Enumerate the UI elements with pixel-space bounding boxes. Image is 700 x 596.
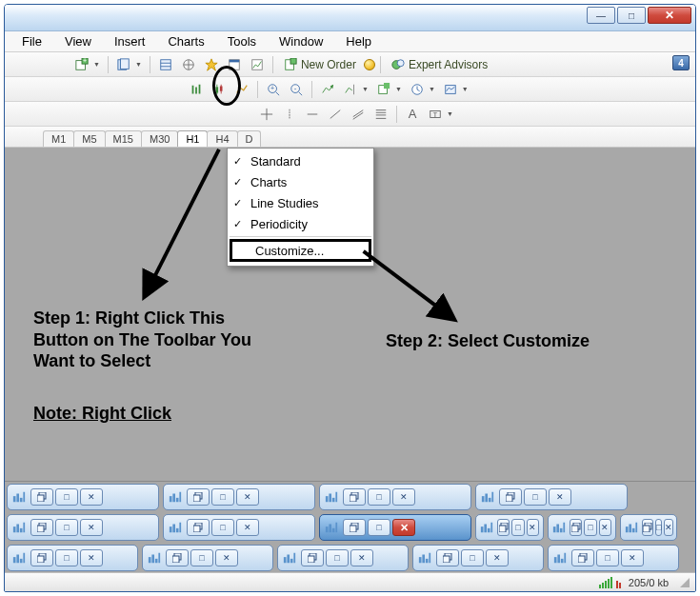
navigator-icon[interactable]	[178, 55, 199, 74]
child-maximize-button[interactable]: □	[190, 549, 213, 566]
channel-icon[interactable]	[348, 105, 369, 124]
window-close-button[interactable]: ✕	[648, 7, 691, 24]
child-restore-button[interactable]	[570, 519, 582, 536]
tf-tab-m15[interactable]: M15	[105, 130, 142, 147]
child-close-button[interactable]: ✕	[486, 549, 509, 566]
child-close-button[interactable]: ✕	[80, 549, 103, 566]
child-window[interactable]: □✕	[142, 545, 273, 571]
child-window[interactable]: □✕	[475, 514, 544, 541]
bar-chart-icon[interactable]	[186, 80, 207, 99]
favorites-icon[interactable]	[201, 55, 222, 74]
ctx-item-line-studies[interactable]: ✓ Line Studies	[228, 192, 373, 213]
menu-tools[interactable]: Tools	[218, 32, 266, 50]
child-restore-button[interactable]	[436, 549, 459, 566]
child-maximize-button[interactable]: □	[55, 549, 78, 566]
caret-icon[interactable]: ▼	[395, 86, 402, 92]
child-restore-button[interactable]	[497, 519, 510, 536]
new-order-button[interactable]: New Order	[278, 55, 362, 74]
fibonacci-icon[interactable]	[370, 105, 391, 124]
child-maximize-button[interactable]: □	[368, 519, 390, 536]
child-window[interactable]: □✕	[319, 484, 471, 510]
line-chart-icon[interactable]	[231, 80, 252, 99]
child-maximize-button[interactable]: □	[368, 488, 390, 506]
caret-icon[interactable]: ▼	[135, 61, 142, 68]
child-window[interactable]: □✕	[620, 514, 677, 541]
window-maximize-button[interactable]: □	[617, 7, 646, 24]
child-close-button[interactable]: ✕	[80, 488, 103, 506]
child-restore-button[interactable]	[499, 488, 522, 506]
caret-icon[interactable]: ▼	[462, 86, 469, 92]
child-close-button[interactable]: ✕	[392, 519, 415, 536]
child-window[interactable]: □✕	[548, 545, 679, 571]
templates-icon[interactable]	[440, 80, 461, 99]
child-restore-button[interactable]	[343, 519, 366, 536]
child-maximize-button[interactable]: □	[511, 519, 524, 536]
child-close-button[interactable]: ✕	[392, 488, 415, 506]
text-icon[interactable]: A	[402, 105, 423, 124]
tf-tab-d1[interactable]: D	[237, 130, 262, 147]
window-minimize-button[interactable]: —	[587, 7, 615, 24]
trendline-icon[interactable]	[325, 105, 346, 124]
auto-scroll-icon[interactable]	[317, 80, 338, 99]
tf-tab-m5[interactable]: M5	[73, 130, 105, 147]
menu-insert[interactable]: Insert	[105, 32, 155, 50]
autotrading-icon[interactable]	[364, 59, 375, 70]
new-chart-icon[interactable]: +	[71, 55, 92, 74]
ctx-item-periodicity[interactable]: ✓ Periodicity	[228, 213, 373, 234]
child-maximize-button[interactable]: □	[326, 549, 349, 566]
tf-tab-m1[interactable]: M1	[43, 130, 74, 147]
horizontal-line-icon[interactable]	[302, 105, 323, 124]
tf-tab-h1[interactable]: H1	[177, 130, 208, 147]
child-close-button[interactable]: ✕	[527, 519, 539, 536]
child-maximize-button[interactable]: □	[655, 519, 662, 536]
child-window[interactable]: □✕	[7, 545, 138, 571]
child-maximize-button[interactable]: □	[584, 519, 596, 536]
child-close-button[interactable]: ✕	[350, 549, 373, 566]
menu-view[interactable]: View	[55, 32, 101, 50]
child-close-button[interactable]: ✕	[599, 519, 611, 536]
indicators-icon[interactable]	[373, 80, 394, 99]
vertical-line-icon[interactable]	[279, 105, 300, 124]
child-close-button[interactable]: ✕	[664, 519, 673, 536]
menu-help[interactable]: Help	[336, 32, 381, 50]
child-restore-button[interactable]	[642, 519, 653, 536]
child-window[interactable]: □✕	[412, 545, 544, 571]
child-restore-button[interactable]	[187, 519, 210, 536]
strategy-tester-icon[interactable]	[247, 55, 268, 74]
profiles-icon[interactable]	[113, 55, 134, 74]
crosshair-icon[interactable]	[256, 105, 277, 124]
periodicity-icon[interactable]	[407, 80, 428, 99]
menu-file[interactable]: File	[12, 32, 51, 50]
expert-advisors-button[interactable]: Expert Advisors	[386, 55, 493, 74]
child-restore-button[interactable]	[30, 488, 53, 506]
child-maximize-button[interactable]: □	[55, 519, 78, 536]
caret-icon[interactable]: ▼	[93, 61, 100, 68]
ctx-item-customize[interactable]: Customize...	[230, 239, 371, 262]
zoom-out-icon[interactable]: -	[286, 80, 307, 99]
text-label-icon[interactable]: T	[425, 105, 446, 124]
child-close-button[interactable]: ✕	[549, 488, 571, 506]
child-restore-button[interactable]	[343, 488, 366, 506]
child-close-button[interactable]: ✕	[80, 519, 103, 536]
child-close-button[interactable]: ✕	[621, 549, 644, 566]
child-maximize-button[interactable]: □	[211, 488, 234, 506]
chart-shift-icon[interactable]	[340, 80, 361, 99]
ctx-item-standard[interactable]: ✓ Standard	[228, 150, 373, 171]
child-window[interactable]: □✕	[475, 484, 628, 510]
resize-handle-icon[interactable]	[680, 578, 690, 587]
child-window[interactable]: □✕	[548, 514, 616, 541]
tf-tab-m30[interactable]: M30	[141, 130, 178, 147]
zoom-in-icon[interactable]: +	[263, 80, 284, 99]
tf-tab-h4[interactable]: H4	[207, 130, 237, 147]
child-window[interactable]: □✕	[277, 545, 409, 571]
candlestick-icon[interactable]	[209, 80, 230, 99]
caret-icon[interactable]: ▼	[447, 110, 453, 117]
child-window[interactable]: □✕	[7, 514, 159, 541]
caret-icon[interactable]: ▼	[362, 86, 369, 92]
child-restore-button[interactable]	[301, 549, 324, 566]
ctx-item-charts[interactable]: ✓ Charts	[228, 171, 373, 192]
menu-charts[interactable]: Charts	[158, 32, 213, 50]
child-restore-button[interactable]	[166, 549, 189, 566]
child-maximize-button[interactable]: □	[524, 488, 547, 506]
child-close-button[interactable]: ✕	[236, 519, 259, 536]
